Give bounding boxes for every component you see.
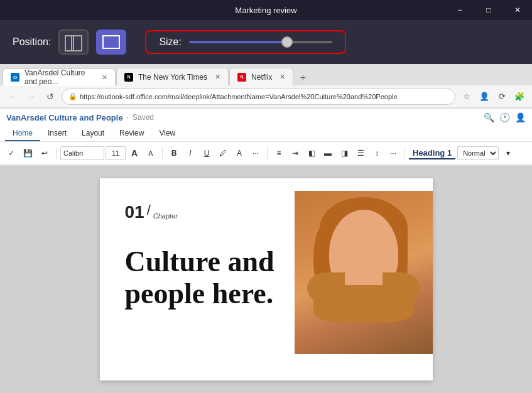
tab-2-close[interactable]: ✕ [215,73,220,81]
chapter-subtitle: Chapter [153,212,178,220]
lock-icon: 🔒 [68,92,77,100]
doc-page: 01 / Chapter Culture and people here. [100,178,433,380]
tab-1[interactable]: O VanArsdel Culture and peo... ✕ [3,68,116,86]
doc-title: VanArsdel Culture and People [6,113,123,122]
favorites-button[interactable]: ☆ [459,89,474,104]
toolbar: Position: Size: [0,20,532,64]
ribbon-tabs: Home Insert Layout Review View [0,126,532,142]
italic-btn[interactable]: I [183,146,198,161]
close-button[interactable]: ✕ [503,0,532,20]
undo-btn[interactable]: ↩ [37,146,52,161]
quick-access-group: ✓ 💾 ↩ [4,146,52,161]
font-name-input[interactable] [60,146,104,160]
font-group: A A [60,146,158,161]
doc-content: 01 / Chapter Culture and people here. [0,166,532,393]
tab-bar: O VanArsdel Culture and peo... ✕ N The N… [0,64,532,85]
tab-3-close[interactable]: ✕ [280,73,285,81]
more-list-btn[interactable]: ··· [386,146,401,161]
ribbon-tab-home[interactable]: Home [5,126,40,141]
browser-window: O VanArsdel Culture and peo... ✕ N The N… [0,64,532,393]
search-button[interactable]: 🔍 [484,112,494,122]
more-format-btn[interactable]: ··· [248,146,263,161]
underline-btn[interactable]: U [199,146,214,161]
shirt [313,285,414,323]
size-slider[interactable] [189,41,332,43]
window-controls: − □ ✕ [445,0,532,20]
justify-btn[interactable]: ☰ [353,146,368,161]
ribbon-tab-insert[interactable]: Insert [40,126,74,141]
tab-favicon-netflix: N [237,73,246,82]
doc-saved-status: Saved [133,113,154,122]
browser-chrome: O VanArsdel Culture and peo... ✕ N The N… [0,64,532,109]
tab-1-close[interactable]: ✕ [102,73,107,82]
split-view-icon [65,35,82,49]
heading-1-btn[interactable]: Heading 1 [409,148,455,159]
title-bar: Marketing review − □ ✕ [0,0,532,20]
full-view-icon [102,35,120,49]
size-label: Size: [159,36,182,48]
save-btn[interactable]: 💾 [20,146,36,161]
url-box[interactable]: 🔒 https://outlook-sdf.office.com/mail/de… [62,89,455,105]
position-section: Position: [13,30,126,55]
decrease-font-btn[interactable]: A [143,146,158,161]
position-split-button[interactable] [58,30,89,55]
maximize-button[interactable]: □ [474,0,503,20]
history-doc-button[interactable]: 🕐 [499,112,510,122]
person-button[interactable]: 👤 [515,112,526,122]
line-spacing-btn[interactable]: ↕ [369,146,384,161]
align-left-btn[interactable]: ◧ [304,146,319,161]
size-section: Size: [145,30,346,54]
indent-btn[interactable]: ⇥ [288,146,303,161]
sep1 [56,147,57,159]
window-title: Marketing review [235,6,296,15]
align-right-btn[interactable]: ◨ [337,146,352,161]
profile-button[interactable]: 👤 [477,89,492,104]
sep3 [267,147,268,159]
position-label: Position: [13,36,51,48]
tab-3[interactable]: N Netflix ✕ [229,68,293,85]
increase-font-btn[interactable]: A [127,146,142,161]
tab-favicon-nyt: N [124,73,133,82]
align-center-btn[interactable]: ▬ [320,146,335,161]
list-group: ≡ ⇥ ◧ ▬ ◨ ☰ ↕ ··· [271,146,401,161]
style-dropdown[interactable]: Normal [457,146,499,160]
word-ribbon: Home Insert Layout Review View ✓ 💾 ↩ A A [0,126,532,165]
list-btn[interactable]: ≡ [271,146,286,161]
ribbon-tools: ✓ 💾 ↩ A A B I U 🖊 A ·· [0,142,532,164]
sep4 [404,147,405,159]
url-text: https://outlook-sdf.office.com/mail/deep… [80,93,448,100]
sep2 [162,147,163,159]
browser-actions: ☆ 👤 ⟳ 🧩 [459,89,527,104]
color-btn[interactable]: A [232,146,247,161]
chapter-slash: / [147,203,151,217]
extensions-button[interactable]: 🧩 [512,89,527,104]
tab-3-label: Netflix [251,73,272,82]
check-btn[interactable]: ✓ [4,146,19,161]
ribbon-tab-layout[interactable]: Layout [74,126,112,141]
bold-btn[interactable]: B [166,146,182,161]
tab-2-label: The New York Times [138,73,207,82]
position-full-button[interactable] [96,30,126,55]
tab-1-label: VanArsdel Culture and peo... [24,68,94,86]
forward-button[interactable]: → [24,89,39,104]
minimize-button[interactable]: − [445,0,474,20]
new-tab-button[interactable]: + [294,70,312,85]
word-titlebar: VanArsdel Culture and People · Saved 🔍 🕐… [0,109,532,126]
ribbon-tab-view[interactable]: View [151,126,183,141]
person-image [295,191,433,354]
person-face [313,203,414,316]
ribbon-tab-review[interactable]: Review [112,126,151,141]
font-size-input[interactable] [106,146,126,160]
history-button[interactable]: ⟳ [494,89,509,104]
refresh-button[interactable]: ↺ [43,89,58,104]
tab-favicon-outlook: O [11,73,19,82]
tab-2[interactable]: N The New York Times ✕ [116,68,229,85]
style-expand-btn[interactable]: ▾ [501,146,516,161]
back-button[interactable]: ← [5,89,20,104]
address-bar: ← → ↺ 🔒 https://outlook-sdf.office.com/m… [0,85,532,108]
word-actions: 🔍 🕐 👤 [484,112,526,122]
doc-title-section: VanArsdel Culture and People · Saved [6,113,154,122]
highlight-btn[interactable]: 🖊 [215,146,231,161]
format-group: B I U 🖊 A ··· [166,146,263,161]
chapter-number: 01 [125,203,144,221]
